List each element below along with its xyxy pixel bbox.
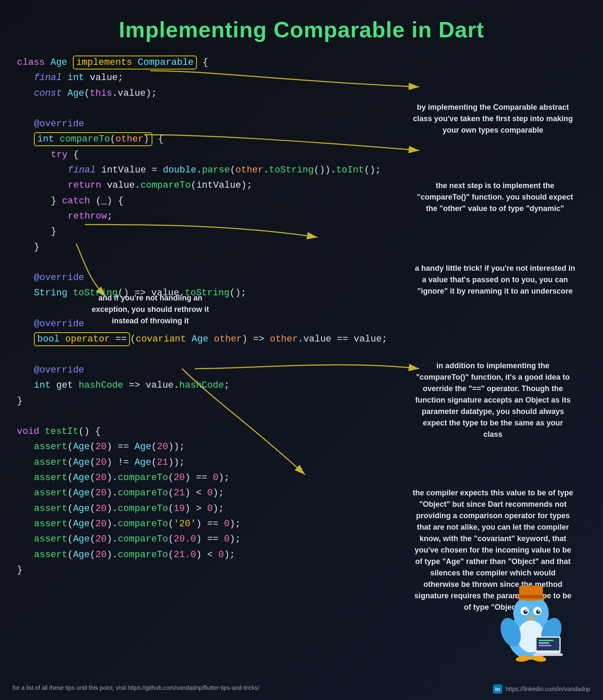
line-21: assert(Age(20) == Age(20)); xyxy=(17,439,586,455)
annotation-3: a handy little trick! if you're not inte… xyxy=(415,263,575,297)
line-22: assert(Age(20) != Age(21)); xyxy=(17,455,586,470)
line-23: assert(Age(20).compareTo(20) == 0); xyxy=(17,470,586,486)
bird-mascot xyxy=(493,581,569,658)
line-3: const Age(this.value); xyxy=(17,86,586,101)
footer-left: for a list of all these tips until this … xyxy=(13,684,259,694)
svg-rect-19 xyxy=(537,638,559,650)
line-1: class Age implements Comparable { xyxy=(17,55,586,70)
annotation-5: in addition to implementing the "compare… xyxy=(412,360,573,440)
content-area: class Age implements Comparable { final … xyxy=(17,55,586,578)
line-2: final int value; xyxy=(17,70,586,86)
svg-rect-20 xyxy=(533,653,563,656)
line-16: bool operator ==(covariant Age other) =>… xyxy=(17,332,586,347)
svg-rect-5 xyxy=(519,595,543,598)
line-12: } xyxy=(17,240,586,255)
footer-right-link: https://linkedin.com/in/vandadnp xyxy=(506,686,590,692)
linkedin-icon: in xyxy=(493,684,502,694)
line-11: } xyxy=(17,224,586,239)
annotation-2: the next step is to implement the "compa… xyxy=(415,180,575,214)
footer-right: in https://linkedin.com/in/vandadnp xyxy=(493,684,590,694)
annotation-1: by implementing the Comparable abstract … xyxy=(412,102,573,136)
svg-rect-22 xyxy=(539,642,549,644)
line-7: final intValue = double.parse(other.toSt… xyxy=(17,163,586,178)
svg-rect-21 xyxy=(539,640,553,641)
svg-rect-23 xyxy=(539,645,551,646)
page-title: Implementing Comparable in Dart xyxy=(17,8,586,55)
page-container: Implementing Comparable in Dart class Ag… xyxy=(0,0,603,700)
line-6: try { xyxy=(17,147,586,163)
annotation-4: and if you're not handling an exception,… xyxy=(80,292,220,327)
svg-point-13 xyxy=(525,610,527,612)
svg-point-14 xyxy=(538,610,539,612)
footer: for a list of all these tips until this … xyxy=(0,684,603,694)
